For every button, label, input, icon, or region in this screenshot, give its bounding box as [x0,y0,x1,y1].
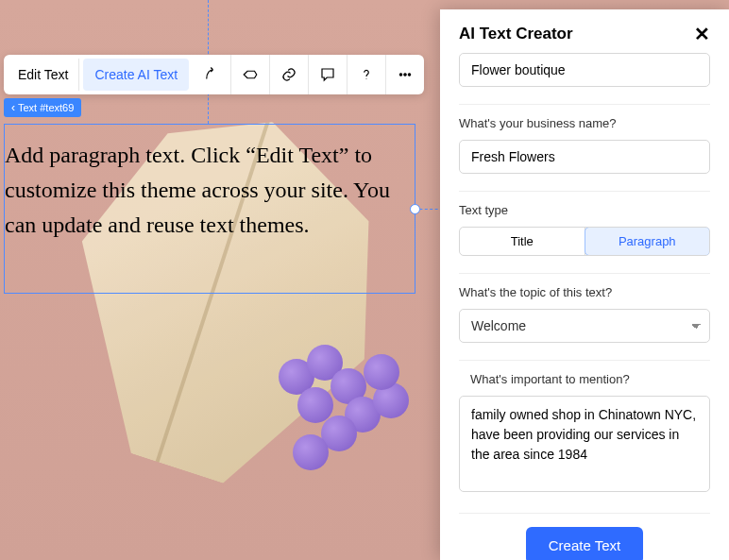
panel-title: AI Text Creator [459,25,573,43]
animation-icon[interactable] [193,55,231,94]
svg-point-1 [404,74,406,76]
mention-textarea[interactable] [459,396,710,492]
svg-point-0 [399,74,401,76]
link-icon[interactable] [270,55,309,94]
create-ai-text-button[interactable]: Create AI Text [83,59,189,91]
business-name-input[interactable] [459,140,710,174]
ai-text-creator-panel: AI Text Creator ✕ What's your business n… [440,9,729,560]
text-type-paragraph[interactable]: Paragraph [585,227,711,256]
comment-icon[interactable] [309,55,348,94]
close-icon[interactable]: ✕ [694,25,710,43]
topic-select[interactable]: Welcome [459,309,710,343]
topic-label: What's the topic of this text? [459,285,710,299]
svg-point-2 [408,74,410,76]
text-type-label: Text type [459,203,710,217]
edit-text-button[interactable]: Edit Text [8,59,79,91]
help-icon[interactable] [348,55,386,94]
mention-label: What's important to mention? [470,372,710,386]
business-type-input[interactable] [459,53,710,87]
element-breadcrumb-badge[interactable]: Text #text69 [4,98,81,117]
selected-text-element[interactable]: Add paragraph text. Click “Edit Text” to… [4,124,415,294]
text-type-segmented: Title Paragraph [459,227,710,256]
more-icon[interactable] [386,55,424,94]
resize-handle-right[interactable] [410,204,420,214]
context-toolbar: Edit Text Create AI Text [4,55,424,94]
bg-flowers-decor [241,302,439,501]
business-name-label: What's your business name? [459,116,710,130]
text-type-title[interactable]: Title [460,228,585,255]
badge-label: Text #text69 [18,102,74,113]
create-text-button[interactable]: Create Text [526,527,643,560]
seo-tag-icon[interactable] [231,55,270,94]
